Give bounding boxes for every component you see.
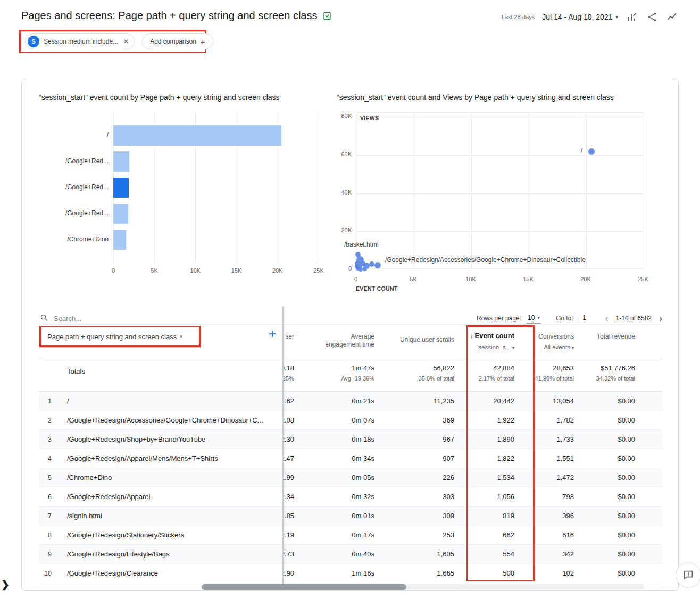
conversions-cell: 1,782 xyxy=(521,411,574,430)
totals-conversions-cell: 28,65341.96% of total xyxy=(521,364,574,382)
bar[interactable] xyxy=(113,230,126,250)
data-quality-check-icon[interactable] xyxy=(322,11,332,21)
unique-scrolls-cell: 253 xyxy=(401,526,454,545)
scatter-point[interactable] xyxy=(369,261,374,267)
add-column-icon[interactable]: + xyxy=(269,327,276,340)
previous-page-icon[interactable]: ‹ xyxy=(605,314,609,323)
conversions-cell: 13,054 xyxy=(521,392,574,411)
bar-plot-area xyxy=(113,112,319,262)
row-number: 4 xyxy=(39,449,52,468)
revenue-cell: $0.00 xyxy=(582,526,635,545)
frozen-column-divider[interactable] xyxy=(282,307,284,584)
page-path-cell[interactable]: /Google+Redesign/Accessories/Google+Chro… xyxy=(67,411,290,430)
page-path-cell[interactable]: / xyxy=(67,392,290,411)
x-tick-label: 25K xyxy=(632,276,654,282)
conversions-cell: 342 xyxy=(521,545,574,564)
column-header-revenue[interactable]: Total revenue xyxy=(555,333,635,341)
column-header-clipped[interactable]: ser xyxy=(283,333,294,340)
point-label-root: / xyxy=(557,147,582,155)
scatter-point[interactable] xyxy=(356,266,360,271)
avg-engagement-cell: 0m 40s xyxy=(321,545,374,564)
header-actions: Last 28 days Jul 14 - Aug 10, 2021 ▾ xyxy=(502,11,679,23)
goto-label: Go to: xyxy=(556,315,573,322)
plus-icon: + xyxy=(201,37,205,46)
column-header-engagement[interactable]: Average engagement time xyxy=(323,333,374,349)
bar[interactable] xyxy=(113,125,281,146)
table-row: 4/Google+Redesign/Apparel/Mens/Mens+T+Sh… xyxy=(39,449,662,468)
table-row: 2/Google+Redesign/Accessories/Google+Chr… xyxy=(39,411,662,430)
event-count-cell: 1,822 xyxy=(461,449,514,468)
x-tick-label: 20K xyxy=(575,276,596,282)
horizontal-scrollbar[interactable] xyxy=(202,584,644,590)
date-range-text: Jul 14 - Aug 10, 2021 xyxy=(542,13,612,21)
clipped-metric-cell: 2.90 xyxy=(283,564,294,583)
conversion-events-select[interactable]: All events▾ xyxy=(494,344,574,350)
revenue-cell: $0.00 xyxy=(582,468,635,487)
share-icon[interactable] xyxy=(646,11,659,23)
table-row: 10/Google+Redesign/Clearance2.901m 16s1,… xyxy=(39,564,662,583)
event-count-cell: 1,890 xyxy=(461,430,514,449)
page-path-cell[interactable]: /Google+Redesign/Stationery/Stickers xyxy=(67,526,290,545)
page-path-cell[interactable]: /Google+Redesign/Clearance xyxy=(67,564,290,583)
page-path-cell[interactable]: /Google+Redesign/Lifestyle/Bags xyxy=(67,545,290,564)
point-label-basket: /basket.html xyxy=(344,241,379,248)
chevron-down-icon: ▾ xyxy=(537,316,540,320)
conversions-cell: 798 xyxy=(521,487,574,507)
bar-category-label: /Google+Red... xyxy=(39,183,109,191)
close-icon[interactable]: ✕ xyxy=(123,38,129,45)
bar[interactable] xyxy=(113,204,128,224)
comparison-chip-label: Session medium include... xyxy=(44,38,118,45)
table-row: 3/Google+Redesign/Shop+by+Brand/YouTube2… xyxy=(39,430,662,449)
page-path-cell[interactable]: /Chrome+Dino xyxy=(67,468,290,487)
rows-per-page-select[interactable]: 10 ▾ xyxy=(527,313,541,324)
page-path-cell[interactable]: /Google+Redesign/Apparel xyxy=(67,487,290,507)
scatter-point[interactable] xyxy=(363,267,367,271)
dimension-selector[interactable]: Page path + query string and screen clas… xyxy=(47,333,182,341)
dimension-selector-label: Page path + query string and screen clas… xyxy=(47,333,177,341)
table-toolbar: Rows per page: 10 ▾ Go to: ‹ 1-10 of 658… xyxy=(39,309,662,328)
event-count-cell: 1,534 xyxy=(461,468,514,487)
insights-icon[interactable] xyxy=(666,11,679,23)
divider xyxy=(39,324,662,325)
row-number: 8 xyxy=(39,526,52,545)
page-title: Pages and screens: Page path + query str… xyxy=(21,10,332,22)
scrollbar-thumb[interactable] xyxy=(202,584,406,590)
feedback-button[interactable] xyxy=(676,562,700,588)
expand-drawer-icon[interactable]: ❯ xyxy=(1,578,10,590)
next-page-icon[interactable]: › xyxy=(659,314,662,323)
gridline xyxy=(356,155,643,156)
scatter-point[interactable] xyxy=(588,148,595,155)
conversions-cell: 102 xyxy=(521,564,574,583)
page-path-cell[interactable]: /Google+Redesign/Apparel/Mens/Mens+T+Shi… xyxy=(67,449,290,468)
scatter-point[interactable] xyxy=(374,262,381,268)
bar[interactable] xyxy=(113,151,129,172)
y-tick-label: 20K xyxy=(337,227,352,233)
page-path-cell[interactable]: /signin.html xyxy=(67,507,290,526)
y-tick-label: 0 xyxy=(337,265,352,272)
date-range-selector[interactable]: Jul 14 - Aug 10, 2021 ▾ xyxy=(542,13,618,21)
add-comparison-button[interactable]: Add comparison + xyxy=(142,33,213,49)
report-card: “session_start” event count by Page path… xyxy=(21,79,679,591)
event-count-cell: 662 xyxy=(461,526,514,545)
y-tick-label: 60K xyxy=(337,151,352,157)
bar[interactable] xyxy=(113,178,129,198)
comparison-chip[interactable]: S Session medium include... ✕ xyxy=(25,33,135,49)
x-tick-label: 20K xyxy=(270,267,286,274)
bar-category-label: /Google+Red... xyxy=(39,157,109,165)
x-tick-label: 5K xyxy=(403,276,424,282)
table-row: 7/signin.html1.850m 01s309819396$0.00 xyxy=(39,507,662,526)
revenue-cell: $0.00 xyxy=(582,487,635,507)
avg-engagement-cell: 0m 07s xyxy=(321,411,374,430)
x-axis-title: EVENT COUNT xyxy=(356,285,398,292)
customize-report-icon[interactable] xyxy=(626,11,638,23)
totals-engagement-cell: 1m 47sAvg -19.36% xyxy=(321,364,374,382)
event-count-cell: 1,056 xyxy=(461,487,514,507)
comparison-avatar: S xyxy=(28,36,39,47)
search-input[interactable] xyxy=(54,312,203,325)
goto-page-input[interactable] xyxy=(578,314,591,323)
clipped-metric-cell: 1.62 xyxy=(283,392,294,411)
unique-scrolls-cell: 226 xyxy=(401,468,454,487)
table-row: 8/Google+Redesign/Stationery/Stickers2.1… xyxy=(39,526,662,545)
bar-category-axis: //Google+Red.../Google+Red.../Google+Red… xyxy=(39,112,109,262)
page-path-cell[interactable]: /Google+Redesign/Shop+by+Brand/YouTube xyxy=(67,430,290,449)
